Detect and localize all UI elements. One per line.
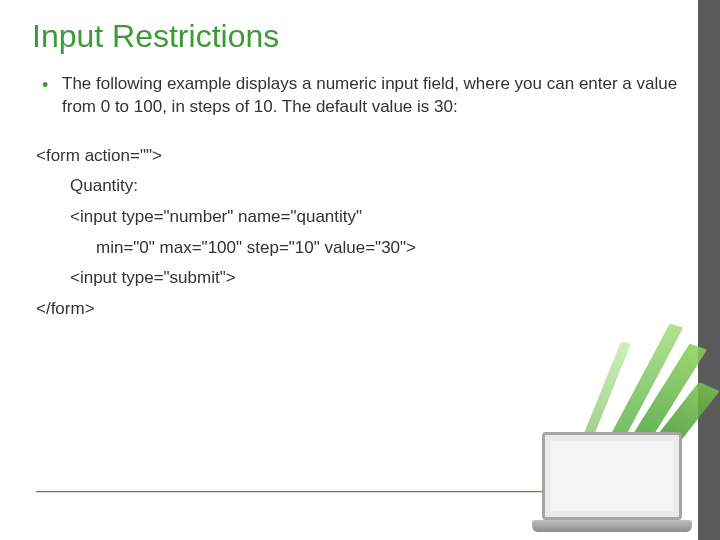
code-line: Quantity:	[36, 171, 680, 202]
bullet-list: The following example displays a numeric…	[36, 73, 680, 119]
decorative-graphic	[468, 370, 698, 540]
code-line: <input type="submit">	[36, 263, 680, 294]
code-example: <form action=""> Quantity: <input type="…	[36, 141, 680, 325]
bullet-item: The following example displays a numeric…	[36, 73, 680, 119]
laptop-screen-icon	[551, 441, 673, 511]
right-sidebar-strip	[698, 0, 720, 540]
laptop-icon	[542, 432, 682, 520]
code-line: </form>	[36, 294, 680, 325]
laptop-base-icon	[532, 520, 692, 532]
slide-content: Input Restrictions The following example…	[0, 0, 720, 324]
code-line: <form action="">	[36, 141, 680, 172]
page-title: Input Restrictions	[32, 18, 680, 55]
code-line: <input type="number" name="quantity"	[36, 202, 680, 233]
code-line: min="0" max="100" step="10" value="30">	[36, 233, 680, 264]
